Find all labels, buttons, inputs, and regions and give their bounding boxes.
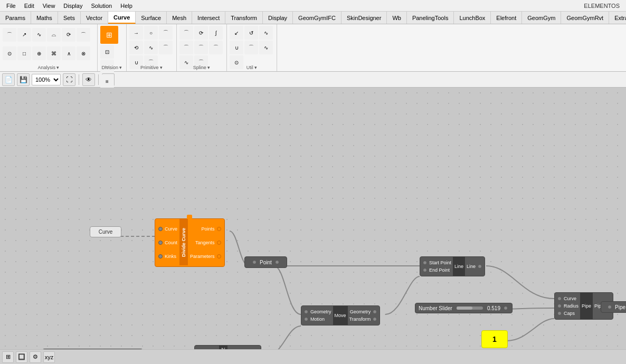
tab-curve[interactable]: Curve [108,12,136,24]
fit-btn[interactable]: ⛶ [63,73,75,86]
tb-btn-3[interactable]: ∿ [32,28,46,42]
tb-btn-8[interactable]: □ [17,46,31,60]
curve-param-node[interactable]: Curve [90,226,121,237]
save-btn[interactable]: 💾 [17,73,30,86]
output-line: Line [467,263,483,270]
tb-util-5[interactable]: ⌒ [244,41,258,54]
canvas[interactable]: Curve Curve Count Kinks Divide Curve P [0,88,626,357]
tab-display[interactable]: Display [263,12,293,24]
tab-vector[interactable]: Vector [81,12,108,24]
zoom-select[interactable]: 100% 50% 75% 150% 200% [32,74,61,85]
port-line-out [478,264,482,269]
label-kinks: Kinks [165,254,176,259]
tab-sets[interactable]: Sets [58,12,81,24]
tb-spline-5[interactable]: ⌒ [194,41,208,54]
tb-division-4[interactable]: ≡ [100,74,114,88]
move-node[interactable]: Geometry Motion Move Geometry Transform [301,305,380,325]
port-kinks-in [158,254,163,258]
new-btn[interactable]: 📄 [2,73,15,86]
bottom-btn-3[interactable]: ⚙ [30,351,41,363]
input-count: Count [157,239,177,246]
tab-skindesigner[interactable]: SkinDesigner [342,12,387,24]
line-node[interactable]: Start Point End Point Line Line [420,256,485,276]
input-kinks: Kinks [157,253,177,260]
tb-spline-3[interactable]: ∫ [209,26,223,40]
output-transform: Transform [349,315,378,323]
menu-view[interactable]: View [39,2,60,10]
tab-transform[interactable]: Transform [225,12,263,24]
slider1-track[interactable] [457,306,483,310]
tb-util-1[interactable]: ↙ [230,26,243,40]
tb-btn-6[interactable]: ⌒ [77,28,90,42]
move-inputs: Geometry Motion [301,306,333,325]
tab-paneling[interactable]: PanelingTools [407,12,454,24]
tab-surface[interactable]: Surface [136,12,167,24]
move-outputs: Geometry Transform [348,306,380,325]
input-curve: Curve [157,225,177,233]
tb-btn-2[interactable]: ↗ [17,28,31,42]
tb-division-1[interactable]: ⊞ [100,26,118,44]
tb-prim-6[interactable]: ⌒ [159,41,173,54]
port-end-in [423,268,427,272]
port-pipe-radius-in [557,304,562,308]
menu-solution[interactable]: Solution [87,2,116,10]
tab-geomgymrvt[interactable]: GeomGymRvt [561,12,609,24]
tb-btn-4[interactable]: ⌓ [47,28,61,42]
menu-help[interactable]: Help [116,2,137,10]
move-title: Move [333,306,348,325]
tb-btn-12[interactable]: ⊗ [77,46,90,60]
tb-spline-1[interactable]: ⌒ [179,26,193,40]
value1-node[interactable]: 1 [481,330,508,348]
tb-btn-10[interactable]: ⌘ [47,46,61,60]
tb-btn-9[interactable]: ⊕ [32,46,46,60]
tb-btn-5[interactable]: ⟳ [62,28,75,42]
tab-intersect[interactable]: Intersect [192,12,225,24]
port-parameters-out [217,254,221,258]
bottom-btn-1[interactable]: ⊞ [2,351,14,363]
port-pipe-out-in [608,305,612,309]
tb-util-6[interactable]: ∿ [259,41,273,54]
app-title: ELEMENTOS [584,3,624,9]
tb-util-4[interactable]: ∪ [230,41,243,54]
tb-spline-2[interactable]: ⟳ [194,26,208,40]
tb-util-3[interactable]: ∿ [259,26,273,40]
eye-btn[interactable]: 👁 [82,73,95,86]
tb-btn-1[interactable]: ⌒ [3,28,16,42]
tb-btn-7[interactable]: ⊙ [3,46,16,60]
tab-elefront[interactable]: Elefront [491,12,522,24]
toolbar-group-primitive: → ○ ⌒ ⟲ ∿ ⌒ ∪ ⌒ Primitive ▾ [127,24,177,71]
tb-prim-1[interactable]: → [129,26,143,40]
tab-extra[interactable]: Extra [609,12,626,24]
menu-edit[interactable]: Edit [20,2,39,10]
tb-prim-2[interactable]: ○ [144,26,158,40]
tb-prim-4[interactable]: ⟲ [129,41,143,54]
tb-prim-5[interactable]: ∿ [144,41,158,54]
top-indicator [187,215,192,219]
tab-lunchbox[interactable]: LunchBox [454,12,491,24]
tb-util-2[interactable]: ↺ [244,26,258,40]
port-pipe-caps-in [557,311,562,315]
output-geometry: Geometry [349,308,378,315]
tab-geomgym-ifc[interactable]: GeomGymIFC [293,12,342,24]
menu-file[interactable]: File [2,2,20,10]
pipe-out-node[interactable]: Pipe [601,301,626,313]
menu-display[interactable]: Display [59,2,87,10]
toolbar-group-util-label: Util ▾ [227,65,277,70]
tb-division-2[interactable]: ⊡ [100,45,114,59]
tb-btn-11[interactable]: ∧ [62,46,75,60]
number-slider1-node[interactable]: Number Slider 0.519 [415,303,513,313]
divide-curve-node[interactable]: Curve Count Kinks Divide Curve Points Ta… [155,218,225,267]
tab-maths[interactable]: Maths [31,12,58,24]
toolbar-group-primitive-label: Primitive ▾ [127,65,176,70]
bottom-btn-4[interactable]: xyz [43,351,55,363]
label-parameters: Parameters [190,254,215,259]
tab-mesh[interactable]: Mesh [167,12,192,24]
point-node[interactable]: Point [244,256,287,268]
tab-geomgym[interactable]: GeomGym [522,12,561,24]
tb-prim-3[interactable]: ⌒ [159,26,173,40]
tab-wb[interactable]: Wb [387,12,407,24]
tb-spline-4[interactable]: ⌒ [179,41,193,54]
tab-params[interactable]: Params [0,12,31,24]
bottom-btn-2[interactable]: 🔲 [16,351,27,363]
tb-spline-6[interactable]: ⌒ [209,41,223,54]
